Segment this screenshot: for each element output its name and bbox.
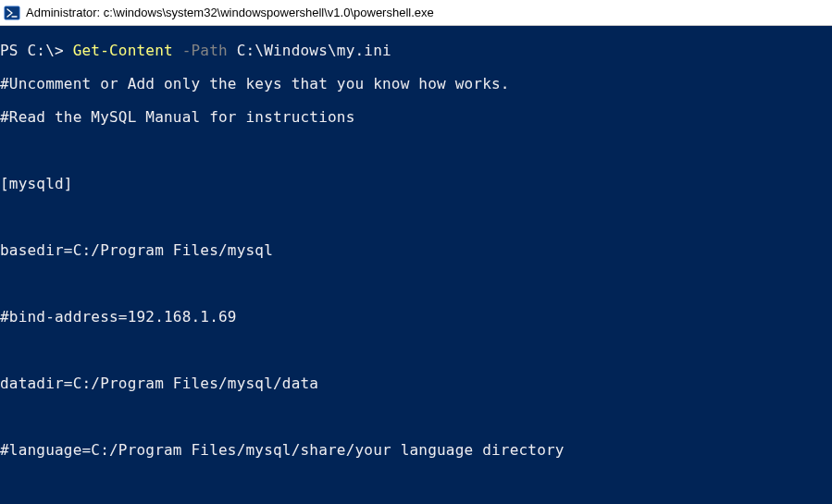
output-line: #Uncomment or Add only the keys that you… bbox=[0, 76, 832, 92]
titlebar[interactable]: Administrator: c:\windows\system32\windo… bbox=[0, 0, 832, 26]
output-line: #Read the MySQL Manual for instructions bbox=[0, 109, 832, 126]
output-blank bbox=[0, 142, 832, 159]
output-line: [mysqld] bbox=[0, 176, 832, 192]
output-blank bbox=[0, 209, 832, 226]
output-blank bbox=[0, 342, 832, 359]
terminal-area[interactable]: PS C:\> Get-Content -Path C:\Windows\my.… bbox=[0, 26, 832, 504]
path-value: C:\Windows\my.ini bbox=[237, 42, 391, 59]
window-title: Administrator: c:\windows\system32\windo… bbox=[26, 6, 434, 19]
powershell-icon bbox=[4, 5, 20, 21]
output-line: #language=C:/Program Files/mysql/share/y… bbox=[0, 442, 832, 459]
param-path: -Path bbox=[182, 42, 237, 59]
output-line: #bind-address=192.168.1.69 bbox=[0, 309, 832, 326]
output-blank bbox=[0, 475, 832, 492]
output-line: basedir=C:/Program Files/mysql bbox=[0, 242, 832, 259]
output-blank bbox=[0, 409, 832, 425]
output-blank bbox=[0, 276, 832, 292]
cmdlet-get-content: Get-Content bbox=[73, 42, 182, 59]
output-line: datadir=C:/Program Files/mysql/data bbox=[0, 375, 832, 392]
prompt: PS C:\> bbox=[0, 42, 73, 59]
